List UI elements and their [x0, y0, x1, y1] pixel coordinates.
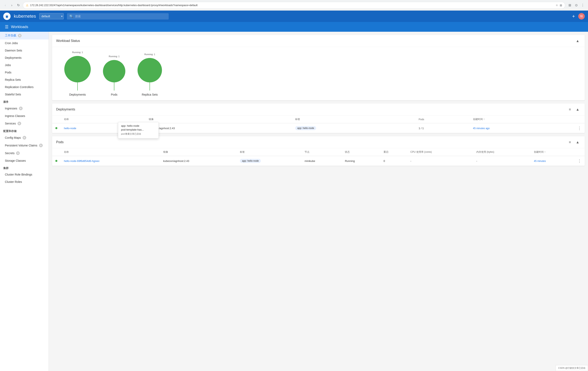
nav-buttons: ‹ › ↻ [2, 2, 21, 8]
sidebar-item-label: Cron Jobs [5, 41, 18, 45]
star-icon[interactable]: ☆ [556, 4, 558, 7]
section-title: Workloads [11, 25, 28, 29]
status-cell [52, 123, 61, 133]
sidebar-item-label: Cluster Role Bindings [5, 173, 32, 176]
col-pod-name[interactable]: 名称 [61, 148, 160, 156]
address-bar[interactable]: ⚠ 172.26.242.222:33247/api/v1/namespaces… [23, 2, 565, 9]
sidebar-group-cluster: 集群 [0, 164, 49, 171]
table-row: hello-node-69f6d854d6-hgswv kubeovn/agnh… [52, 156, 585, 166]
sidebar-item-ingresses[interactable]: Ingresses N [0, 104, 49, 112]
col-pod-cpu: CPU 使用率 (cores) [407, 148, 473, 156]
col-pod-created[interactable]: 创建时间 ↑ [531, 148, 574, 156]
image-cell: kubeovn/agnhost:2.43 [146, 123, 292, 133]
main-layout: 工作负载 N Cron Jobs Daemon Sets Deployments… [0, 32, 588, 371]
workload-status-title: Workload Status [56, 39, 80, 43]
deployment-name-link[interactable]: hello-node [64, 127, 76, 130]
collapse-deployments-button[interactable]: ▲ [575, 106, 581, 113]
sidebar-item-cluster-roles[interactable]: Cluster Roles [0, 178, 49, 186]
add-button[interactable]: + [572, 14, 575, 19]
sidebar-group-services: 服务 [0, 98, 49, 104]
sidebar-item-persistent-volume-claims[interactable]: Persistent Volume Claims N [0, 142, 49, 149]
deployments-circle-container [64, 56, 91, 91]
col-pod-labels: 标签 [237, 148, 301, 156]
search-input[interactable] [75, 15, 166, 18]
replica-sets-label: Replica Sets [142, 93, 158, 96]
deployments-card-actions: ≡ ▲ [567, 106, 581, 113]
row-menu-button[interactable]: ⋮ [578, 126, 581, 131]
refresh-button[interactable]: ↻ [15, 2, 21, 8]
browser-chrome: ‹ › ↻ ⚠ 172.26.242.222:33247/api/v1/name… [0, 0, 588, 10]
col-created[interactable]: 创建时间 ↑ [470, 115, 574, 123]
pod-image-cell: kubeovn/agnhost:2.43 [160, 156, 237, 166]
pod-row-menu-button[interactable]: ⋮ [578, 158, 581, 163]
sidebar-item-label: Storage Classes [5, 159, 26, 162]
app-topbar: kubernetes default ▾ 🔍 + 镇 [0, 10, 588, 22]
sidebar-item-config-maps[interactable]: Config Maps N [0, 134, 49, 142]
hamburger-button[interactable]: ☰ [5, 24, 9, 29]
sidebar-item-deployments[interactable]: Deployments [0, 54, 49, 62]
sidebar-item-label: Config Maps [5, 136, 21, 139]
sidebar-item-label: Ingresses [5, 107, 17, 110]
pods-label: Pods [111, 93, 117, 96]
pod-status-dot-green [55, 160, 57, 162]
sidebar-item-cluster-role-bindings[interactable]: Cluster Role Bindings [0, 171, 49, 178]
pod-actions-cell: ⋮ [574, 156, 585, 166]
col-pod-actions [574, 148, 585, 156]
sidebar-item-stateful-sets[interactable]: Stateful Sets [0, 91, 49, 98]
search-bar[interactable]: 🔍 [67, 13, 169, 20]
search-icon: 🔍 [69, 14, 74, 18]
profile-button[interactable]: ⊙ [573, 2, 579, 8]
sidebar-item-services[interactable]: Services N [0, 120, 49, 127]
tooltip-label-2: pod-template-has... [121, 128, 156, 131]
labels-cell: app: hello-node [292, 123, 415, 133]
sidebar-item-replica-sets[interactable]: Replica Sets [0, 76, 49, 83]
namespace-select-input[interactable]: default [39, 13, 64, 19]
pods-running-label: Running: 1 [109, 55, 119, 58]
back-button[interactable]: ‹ [2, 2, 8, 8]
sidebar-item-label: Secrets [5, 152, 14, 155]
sidebar-item-ingress-classes[interactable]: Ingress Classes [0, 112, 49, 120]
sidebar-item-jobs[interactable]: Jobs [0, 62, 49, 69]
pod-node-cell: minikube [301, 156, 342, 166]
namespace-selector[interactable]: default ▾ [39, 13, 64, 19]
pods-filter-button[interactable]: ≡ [567, 139, 573, 145]
replica-sets-circle-container [137, 58, 162, 91]
sidebar-item-storage-classes[interactable]: Storage Classes [0, 157, 49, 164]
sidebar-badge-n: N [18, 34, 21, 37]
sidebar-item-pods[interactable]: Pods [0, 69, 49, 76]
menu-button[interactable]: ⋮ [580, 2, 586, 8]
pod-restarts-cell: 0 [380, 156, 407, 166]
collapse-button[interactable]: ▲ [575, 38, 581, 44]
pod-name-link[interactable]: hello-node-69f6d854d6-hgswv [64, 159, 99, 163]
sidebar-item-label: Cluster Roles [5, 180, 22, 184]
deployments-label: Deployments [69, 93, 86, 96]
forward-button[interactable]: › [9, 2, 15, 8]
sidebar-item-label: Stateful Sets [5, 93, 21, 96]
replica-sets-running-label: Running: 1 [144, 53, 155, 56]
sidebar-item-label: Pods [5, 71, 11, 74]
extensions-icon[interactable]: ⊞ [560, 4, 562, 7]
extensions-button[interactable]: ⊞ [567, 2, 573, 8]
pods-card-title: Pods [56, 140, 63, 144]
sidebar-item-daemon-sets[interactable]: Daemon Sets [0, 47, 49, 54]
address-url-text: 172.26.242.222:33247/api/v1/namespaces/k… [30, 4, 554, 7]
filter-button[interactable]: ≡ [567, 106, 573, 113]
deployments-card-header: Deployments ≡ ▲ [52, 103, 585, 115]
sort-asc-icon: ↑ [483, 118, 485, 121]
sidebar-item-replication-controllers[interactable]: Replication Controllers [0, 83, 49, 91]
pod-cpu-cell: - [407, 156, 473, 166]
pod-labels-cell: app: hello-node [237, 156, 301, 166]
security-warning-icon: ⚠ [26, 4, 29, 7]
pod-label-chip-1: app: hello-node [240, 159, 261, 163]
sidebar-item-secrets[interactable]: Secrets N [0, 149, 49, 157]
sidebar-item-cron-jobs[interactable]: Cron Jobs [0, 40, 49, 47]
app-name: kubernetes [14, 14, 36, 19]
collapse-pods-button[interactable]: ▲ [575, 139, 581, 145]
col-actions [574, 115, 585, 123]
sidebar-item-workloads[interactable]: 工作负载 N [0, 32, 49, 40]
pod-status-cell [52, 156, 61, 166]
sidebar-badge-ingresses: N [19, 107, 22, 110]
avatar[interactable]: 镇 [578, 13, 585, 20]
pods-circle [103, 60, 125, 82]
pods-card: Pods ≡ ▲ 名称 镜像 标签 节点 [52, 136, 585, 166]
